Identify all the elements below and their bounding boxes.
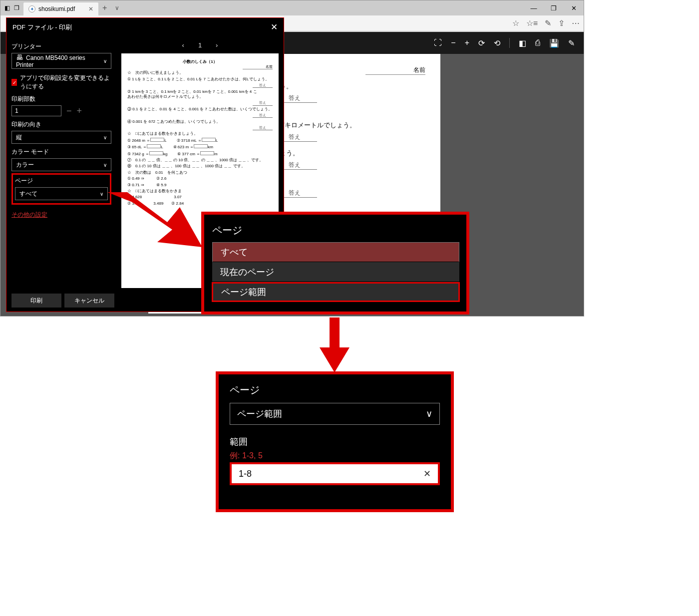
chevron-down-icon: ∨ xyxy=(100,191,103,197)
prev-ans: 答え xyxy=(253,83,273,88)
app-icon-1: ◧ xyxy=(4,4,10,11)
copies-plus[interactable]: + xyxy=(77,106,82,116)
prev-p1: ☆ 次の問いに答えましょう。 xyxy=(127,70,273,75)
range-label: 範囲 xyxy=(230,436,440,448)
chevron-down-icon: ∨ xyxy=(103,162,107,168)
dialog-close-button[interactable]: ✕ xyxy=(271,22,278,32)
prev-p2: ① 1 Lを 3 こと、0.1 Lを 2 こと、0.01 Lを 7 こあわせたか… xyxy=(127,77,273,82)
prev-row: ① 2648 m ＝L ② 3718 mL ＝L xyxy=(127,138,273,143)
pages-highlight-box: ページ すべて ∨ xyxy=(11,173,111,205)
prev-p7: ☆ 次の数は 0.01 を何こあつ xyxy=(127,170,273,175)
dialog-header: PDF ファイル - 印刷 ✕ xyxy=(6,18,284,36)
range-example: 例: 1-3, 5 xyxy=(230,451,440,461)
annotate-icon[interactable]: ✎ xyxy=(568,38,575,48)
prev-p4: ③ 0.1 を 2 こと、0.01 を 4 こと、0.001 を 7 こあわせた… xyxy=(127,107,273,112)
next-page-button[interactable]: › xyxy=(216,41,218,49)
printer-value: Canon MB5400 series Printer xyxy=(16,54,85,68)
app-setting-label: アプリで印刷設定を変更できるようにする xyxy=(20,74,111,91)
dropdown-option-current[interactable]: 現在のページ xyxy=(212,262,459,282)
pages-label: ページ xyxy=(15,177,108,185)
range-input-value: 1-8 xyxy=(239,469,252,479)
fit-icon[interactable]: ⛶ xyxy=(434,38,442,47)
prev-ans: 答え xyxy=(253,125,273,130)
tab-chevron-icon[interactable]: ∨ xyxy=(111,4,123,11)
dropdown-option-range[interactable]: ページ範囲 xyxy=(212,282,460,302)
range-select-value: ページ範囲 xyxy=(237,408,282,420)
app-setting-checkbox[interactable]: ✓ アプリで印刷設定を変更できるようにする xyxy=(11,74,111,91)
copies-minus[interactable]: − xyxy=(66,106,72,116)
share-icon[interactable]: ⇪ xyxy=(558,18,565,28)
prev-r7: ③ 0.71 ⇒ ④ 5.9 xyxy=(127,183,273,188)
clear-input-icon[interactable]: ✕ xyxy=(423,468,431,479)
zoom-out-icon[interactable]: − xyxy=(451,38,455,47)
range-input[interactable]: 1-8 ✕ xyxy=(230,462,440,485)
prev-p5: ④ 0.001 を 672 こあつめた数は、いくつでしょう。 xyxy=(127,119,273,124)
print-icon[interactable]: ⎙ xyxy=(535,38,540,47)
pages-select[interactable]: すべて ∨ xyxy=(15,187,108,200)
refresh-icon[interactable]: ⟳ xyxy=(478,38,485,48)
prev-r4: ⑦ 0.1 の ＿＿ 倍、＿＿ の 10 倍、＿＿ の ＿＿ 、1000 倍は … xyxy=(127,158,273,163)
other-settings-link[interactable]: その他の設定 xyxy=(11,211,111,219)
zoom-in-icon[interactable]: + xyxy=(465,38,469,47)
print-button[interactable]: 印刷 xyxy=(11,294,61,308)
page-number: 1 xyxy=(198,41,202,49)
callout-arrow-2 xyxy=(320,317,350,372)
more-icon[interactable]: ⋯ xyxy=(572,18,580,28)
checkbox-checked-icon: ✓ xyxy=(11,79,17,86)
chevron-down-icon: ∨ xyxy=(103,135,107,140)
pen-icon[interactable]: ✎ xyxy=(545,18,551,28)
prev-p8: ☆ □にあてはまる数をかきま xyxy=(127,189,273,194)
tab-shosikumi[interactable]: ✦ shosikumi.pdf ✕ xyxy=(23,2,98,15)
color-value: カラー xyxy=(16,161,34,169)
tab-favicon: ✦ xyxy=(28,5,35,12)
pages-dropdown-callout: ページ すべて 現在のページ ページ範囲 xyxy=(201,212,469,314)
copies-stepper: − + xyxy=(11,105,111,116)
rotate-icon[interactable]: ⟲ xyxy=(494,38,500,48)
preview-pager: ‹ 1 › xyxy=(116,36,284,53)
dialog-footer: 印刷 キャンセル xyxy=(11,294,114,308)
color-select[interactable]: カラー ∨ xyxy=(11,158,111,171)
printer-icon: 🖶 xyxy=(16,53,23,61)
window-maximize[interactable]: ❐ xyxy=(544,4,564,12)
printer-select[interactable]: 🖶Canon MB5400 series Printer ∨ xyxy=(11,53,111,69)
prev-page-button[interactable]: ‹ xyxy=(182,41,184,49)
prev-row: ⑤ 7342 g ＝kg ⑥ 377 cm ＝m xyxy=(127,151,273,157)
cancel-button[interactable]: キャンセル xyxy=(64,294,114,308)
print-settings-panel: プリンター 🖶Canon MB5400 series Printer ∨ ✓ ア… xyxy=(6,36,116,293)
new-tab-button[interactable]: + xyxy=(98,3,111,12)
window-close[interactable]: ✕ xyxy=(564,4,584,12)
orientation-select[interactable]: 縦 ∨ xyxy=(11,131,111,144)
prev-r5: ⑧ 0.1 の 10 倍は ＿＿ 、100 倍は ＿＿ 、1000 倍は ＿＿ … xyxy=(127,164,273,169)
star-icon[interactable]: ☆ xyxy=(512,18,519,28)
chevron-down-icon: ∨ xyxy=(103,58,107,64)
window-minimize[interactable]: — xyxy=(524,4,544,12)
favorites-icon[interactable]: ☆≡ xyxy=(526,18,538,28)
dropdown-option-all[interactable]: すべて xyxy=(212,242,459,262)
chevron-down-icon: ∨ xyxy=(426,408,432,419)
copies-label: 印刷部数 xyxy=(11,95,111,103)
prev-title: 小数のしくみ（1） xyxy=(127,59,273,64)
color-label: カラー モード xyxy=(11,148,111,156)
dialog-title: PDF ファイル - 印刷 xyxy=(12,23,72,32)
prev-r8: ① 4.628 3.07 xyxy=(127,195,273,200)
dropdown-list: すべて 現在のページ ページ範囲 xyxy=(212,242,459,302)
prev-r9: ② 3.4 3.489 ② 2.84 xyxy=(127,201,273,206)
toolbar-separator xyxy=(509,38,510,48)
range-select[interactable]: ページ範囲 ∨ xyxy=(230,403,440,425)
prev-ans: 答え xyxy=(253,113,273,118)
titlebar-icons: ◧ ❐ xyxy=(0,4,23,11)
range-pages-label: ページ xyxy=(230,383,440,397)
prev-p6: ☆ □にあてはまる数をかきましょう。 xyxy=(127,131,273,136)
svg-marker-1 xyxy=(320,317,350,372)
save-icon[interactable]: 💾 xyxy=(549,38,559,48)
app-icon-2: ❐ xyxy=(14,4,19,11)
prev-r6: ① 0.49 ⇒ ② 2.6 xyxy=(127,176,273,181)
copies-input[interactable] xyxy=(11,105,61,116)
tab-bar: ◧ ❐ ✦ shosikumi.pdf ✕ + ∨ — ❐ ✕ xyxy=(0,0,584,15)
printer-label: プリンター xyxy=(11,42,111,51)
prev-ans: 答え xyxy=(253,100,273,105)
tab-close-icon[interactable]: ✕ xyxy=(88,5,93,12)
prev-name: 名前 xyxy=(243,64,273,69)
read-icon[interactable]: ◧ xyxy=(519,38,526,48)
window-controls: — ❐ ✕ xyxy=(524,4,584,12)
